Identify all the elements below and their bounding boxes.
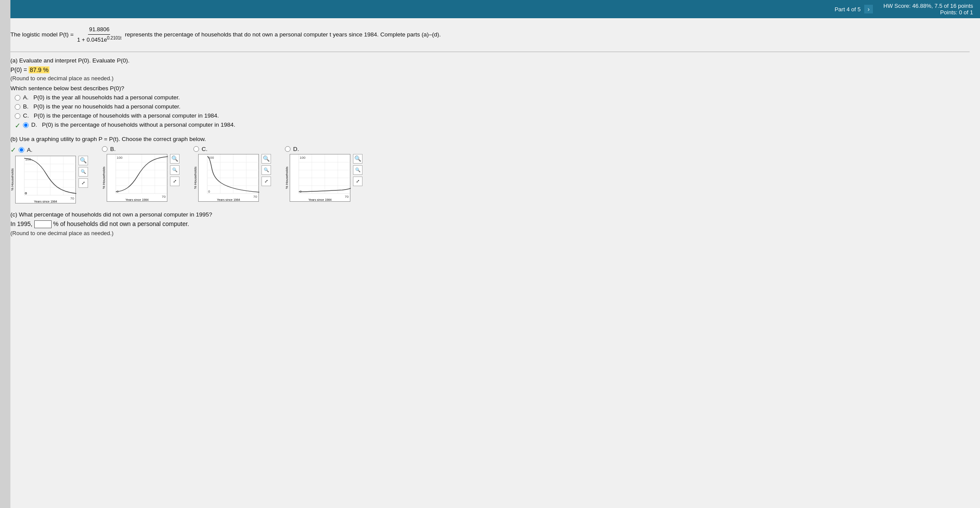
graph-B-label: B. [102, 146, 116, 152]
graph-B-resize[interactable]: ⤢ [170, 177, 180, 186]
graph-C-area: 100 0 70 Years since 1984 [198, 154, 259, 202]
graph-D-wrapper: % Households [285, 154, 363, 202]
graph-C-label: C. [193, 146, 208, 152]
graph-C-resize[interactable]: ⤢ [261, 177, 271, 186]
divider-1 [10, 52, 970, 52]
graph-D-radio[interactable] [285, 146, 291, 152]
graphs-container: ✓ A. % Households [10, 146, 970, 203]
problem-header: The logistic model P(t) = 91.8806 1 + 0.… [10, 25, 970, 45]
score-section: HW Score: 46.88%, 7.5 of 16 points Point… [883, 3, 973, 16]
graph-D-area: 100 0 70 Years since 1984 [290, 154, 350, 202]
graph-C-svg: 100 0 70 [199, 154, 259, 202]
option-A-label: A. P(0) is the year all households had a… [23, 94, 180, 101]
graph-C-id: C. [202, 146, 208, 152]
graph-C-zoom-in[interactable]: 🔍 [261, 154, 271, 164]
main-content: The logistic model P(t) = 91.8806 1 + 0.… [0, 18, 980, 508]
option-B-label: B. P(0) is the year no households had a … [23, 103, 180, 110]
graph-A-label: ✓ A. [10, 146, 33, 154]
part-a-question: Which sentence below best describes P(0)… [10, 85, 970, 92]
graph-A-checkmark: ✓ [10, 146, 16, 154]
graph-C-controls: 🔍 🔍 ⤢ [261, 154, 271, 186]
graph-A-wrapper: % Households [10, 156, 88, 203]
graph-D-zoom-in[interactable]: 🔍 [353, 154, 363, 164]
part-c-answer: In 1995, % of households did not own a p… [10, 220, 970, 228]
hw-score: HW Score: 46.88%, 7.5 of 16 points [883, 3, 973, 9]
graph-B-controls: 🔍 🔍 ⤢ [170, 154, 180, 186]
formula-fraction: 91.8806 1 + 0.0451e0.2101t [76, 25, 122, 45]
graph-B-radio[interactable] [102, 146, 108, 152]
radio-D[interactable] [23, 122, 29, 128]
graph-B-xlabel: Years since 1984 [107, 198, 167, 201]
numerator: 91.8806 [88, 25, 110, 35]
p0-value: 87.9 % [29, 66, 49, 73]
graph-D-xlabel: Years since 1984 [290, 198, 350, 201]
part-c-input[interactable] [34, 220, 52, 228]
radio-A[interactable] [15, 95, 20, 101]
option-A[interactable]: A. P(0) is the year all households had a… [15, 94, 970, 101]
graph-A-id: A. [27, 147, 33, 153]
problem-description: represents the percentage of households … [125, 31, 441, 38]
checkmark-icon: ✓ [15, 121, 20, 130]
graph-D-resize[interactable]: ⤢ [353, 177, 363, 186]
part-label: Part 4 of 5 [835, 6, 861, 13]
graph-B-svg: 100 0 70 [107, 154, 168, 202]
left-sidebar [0, 0, 10, 508]
graph-A-ylabel: % Households [10, 168, 14, 191]
graph-B-id: B. [110, 146, 116, 152]
svg-text:100: 100 [117, 156, 123, 160]
graph-D-controls: 🔍 🔍 ⤢ [353, 154, 363, 186]
option-D[interactable]: ✓ D. P(0) is the percentage of household… [15, 121, 970, 130]
graph-C-ylabel: % Households [193, 167, 197, 189]
graph-C-radio[interactable] [193, 146, 199, 152]
graph-D-id: D. [293, 146, 299, 152]
part-b-label: (b) Use a graphing utility to graph P = … [10, 136, 970, 142]
graph-C-wrapper: % Households [193, 154, 271, 202]
graph-A-radio[interactable] [19, 147, 24, 153]
graph-A-resize[interactable]: ⤢ [78, 178, 88, 188]
radio-B[interactable] [15, 104, 20, 110]
graph-A-xlabel: Years since 1984 [16, 200, 75, 203]
exponent: 0.2101t [107, 36, 121, 40]
graph-option-D: D. % Households [285, 146, 363, 203]
part-a-label: (a) Evaluate and interpret P(0). Evaluat… [10, 57, 970, 64]
part-b-section: (b) Use a graphing utility to graph P = … [10, 136, 970, 203]
svg-text:0: 0 [25, 191, 27, 195]
graph-C-xlabel: Years since 1984 [199, 198, 258, 201]
option-D-label: D. P(0) is the percentage of households … [31, 121, 235, 128]
graph-option-B: B. % Households [102, 146, 180, 203]
graph-B-zoom-in[interactable]: 🔍 [170, 154, 180, 164]
part-navigation: Part 4 of 5 › [835, 5, 873, 13]
graph-B-ylabel: % Households [102, 167, 106, 189]
graph-D-label: D. [285, 146, 299, 152]
formula-prefix: The logistic model P(t) = [10, 31, 74, 38]
graph-option-A: ✓ A. % Households [10, 146, 88, 203]
option-B[interactable]: B. P(0) is the year no households had a … [15, 103, 970, 110]
svg-text:0: 0 [208, 190, 210, 193]
top-bar: Part 4 of 5 › HW Score: 46.88%, 7.5 of 1… [0, 0, 980, 18]
part-c-note: (Round to one decimal place as needed.) [10, 230, 970, 236]
part-a-note: (Round to one decimal place as needed.) [10, 75, 970, 82]
graph-A-controls: 🔍 🔍 ⤢ [78, 156, 88, 188]
part-c-suffix: % of households did not own a personal c… [53, 220, 189, 227]
part-a-section: (a) Evaluate and interpret P(0). Evaluat… [10, 57, 970, 130]
graph-A-svg: 100 0 0 70 [16, 156, 76, 204]
option-C-label: C. P(0) is the percentage of households … [23, 112, 219, 119]
next-part-button[interactable]: › [864, 5, 873, 13]
part-a-answer: P(0) = 87.9 % [10, 66, 970, 73]
radio-C[interactable] [15, 113, 20, 119]
part-c-prefix: In 1995, [10, 220, 33, 227]
part-c-label: (c) What percentage of households did no… [10, 211, 970, 218]
graph-D-zoom-out[interactable]: 🔍 [353, 165, 363, 175]
graph-B-area: 100 0 70 Years since 1984 [107, 154, 167, 202]
denominator: 1 + 0.0451e0.2101t [76, 35, 122, 45]
svg-text:100: 100 [300, 156, 306, 160]
option-C[interactable]: C. P(0) is the percentage of households … [15, 112, 970, 119]
graph-B-zoom-out[interactable]: 🔍 [170, 165, 180, 175]
graph-A-area: 100 0 0 70 Years since 1984 [15, 156, 76, 203]
graph-option-C: C. % Households [193, 146, 271, 203]
answer-options: A. P(0) is the year all households had a… [15, 94, 970, 130]
graph-A-zoom-in[interactable]: 🔍 [78, 156, 88, 165]
graph-B-wrapper: % Households [102, 154, 180, 202]
graph-C-zoom-out[interactable]: 🔍 [261, 165, 271, 175]
graph-A-zoom-out[interactable]: 🔍 [78, 167, 88, 177]
